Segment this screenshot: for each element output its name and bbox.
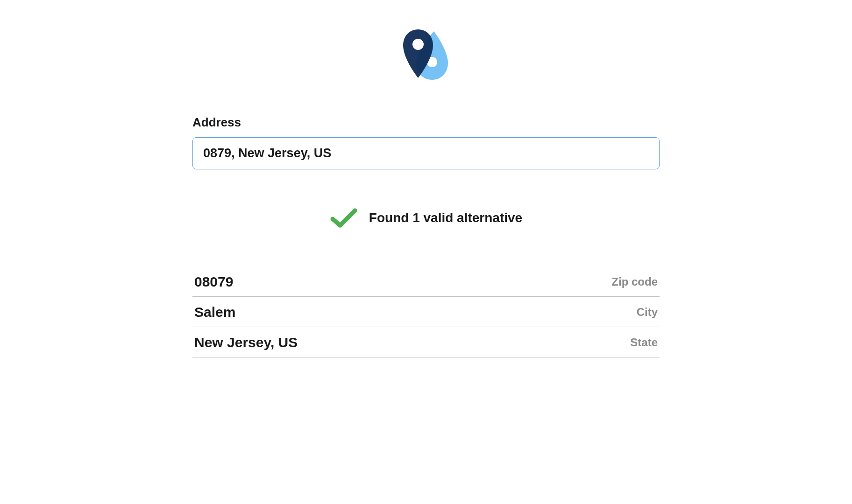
address-label: Address	[192, 115, 660, 130]
result-row-city: Salem City	[192, 297, 660, 327]
app-logo	[396, 26, 456, 86]
result-label: State	[630, 336, 658, 349]
checkmark-icon	[330, 207, 358, 229]
svg-point-1	[412, 39, 424, 50]
address-form: Address	[192, 115, 660, 169]
result-value: New Jersey, US	[194, 335, 298, 350]
result-row-state: New Jersey, US State	[192, 327, 660, 357]
result-label: City	[637, 306, 658, 319]
address-input[interactable]	[192, 137, 660, 169]
result-row-zip: 08079 Zip code	[192, 266, 660, 297]
status-row: Found 1 valid alternative	[330, 207, 522, 229]
result-list: 08079 Zip code Salem City New Jersey, US…	[192, 266, 660, 357]
status-message: Found 1 valid alternative	[369, 210, 522, 225]
main-container: Address Found 1 valid alternative 08079 …	[192, 26, 660, 357]
result-label: Zip code	[611, 275, 658, 288]
result-value: Salem	[194, 304, 235, 320]
result-value: 08079	[194, 274, 233, 290]
